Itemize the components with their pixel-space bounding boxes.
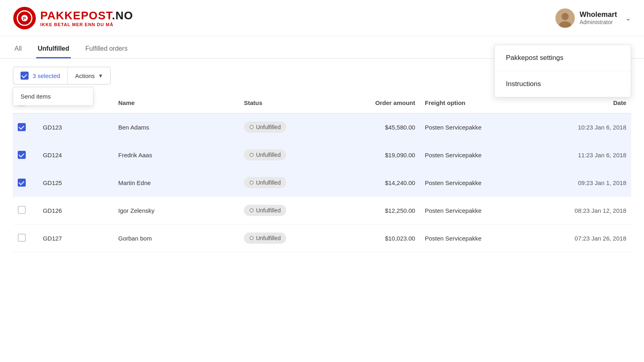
orders-table-container: Orderid Name Status Order amount Freight… (0, 93, 644, 252)
order-name: Gorban bom (114, 224, 239, 252)
status-text: Unfulfilled (256, 179, 281, 186)
header: P PAKKEPOST.NO IKKE BETAL MER ENN DU MÅ … (0, 0, 644, 36)
order-id: GD126 (38, 197, 113, 224)
status-text: Unfulfilled (256, 152, 281, 158)
orders-table: Orderid Name Status Order amount Freight… (13, 93, 631, 252)
order-status: Unfulfilled (239, 169, 330, 197)
order-amount: $12,250.00 (330, 197, 420, 224)
actions-menu: Send items (13, 87, 93, 106)
order-date: 11:23 Jan 6, 2018 (530, 141, 631, 169)
status-text: Unfulfilled (256, 207, 281, 214)
column-header-name: Name (114, 93, 239, 113)
column-header-status: Status (239, 93, 330, 113)
order-date: 09:23 Jan 1, 2018 (530, 169, 631, 197)
menu-item-settings[interactable]: Pakkepost settings (495, 45, 631, 71)
order-name: Martin Edne (114, 169, 239, 197)
row-checkbox[interactable] (18, 179, 26, 187)
table-row: GD125Martin EdneUnfulfilled$14,240.00Pos… (13, 169, 631, 197)
user-info: Wholemart Administrator (580, 10, 617, 25)
order-freight: Posten Servicepakke (420, 113, 530, 141)
logo: P PAKKEPOST.NO IKKE BETAL MER ENN DU MÅ (13, 6, 133, 30)
order-status: Unfulfilled (239, 141, 330, 169)
logo-subtitle: IKKE BETAL MER ENN DU MÅ (40, 22, 133, 27)
order-amount: $10,023.00 (330, 224, 420, 252)
order-status: Unfulfilled (239, 113, 330, 141)
table-row: GD123Ben AdamsUnfulfilled$45,580.00Poste… (13, 113, 631, 141)
logo-icon: P (13, 6, 36, 30)
order-name: Igor Zelensky (114, 197, 239, 224)
order-date: 08:23 Jan 12, 2018 (530, 197, 631, 224)
actions-dropdown-arrow-icon: ▼ (98, 73, 103, 79)
logo-name: PAKKEPOST.NO (40, 9, 133, 22)
status-dot-icon (250, 153, 254, 157)
order-date: 07:23 Jan 26, 2018 (530, 224, 631, 252)
tab-unfulfilled[interactable]: Unfulfilled (36, 45, 71, 58)
row-checkbox[interactable] (18, 206, 26, 214)
chevron-down-icon: ⌄ (625, 14, 631, 23)
status-dot-icon (250, 125, 254, 129)
order-amount: $45,580.00 (330, 113, 420, 141)
order-id: GD123 (38, 113, 113, 141)
order-freight: Posten Servicepakke (420, 224, 530, 252)
order-freight: Posten Servicepakke (420, 169, 530, 197)
row-checkbox[interactable] (18, 123, 26, 131)
table-row: GD127Gorban bomUnfulfilled$10,023.00Post… (13, 224, 631, 252)
avatar (555, 8, 575, 28)
status-badge: Unfulfilled (244, 205, 286, 216)
svg-point-5 (561, 13, 569, 20)
status-badge: Unfulfilled (244, 149, 286, 160)
order-id: GD127 (38, 224, 113, 252)
table-row: GD126Igor ZelenskyUnfulfilled$12,250.00P… (13, 197, 631, 224)
user-name: Wholemart (580, 10, 617, 19)
actions-label: Actions (75, 72, 95, 79)
order-date: 10:23 Jan 6, 2018 (530, 113, 631, 141)
actions-button[interactable]: Actions ▼ (67, 67, 111, 84)
status-text: Unfulfilled (256, 124, 281, 130)
tab-fulfilled-orders[interactable]: Fulfilled orders (84, 45, 129, 58)
order-id: GD124 (38, 141, 113, 169)
column-header-amount: Order amount (330, 93, 420, 113)
selected-count-label: 3 selected (33, 72, 60, 79)
order-name: Ben Adams (114, 113, 239, 141)
order-freight: Posten Servicepakke (420, 141, 530, 169)
order-id: GD125 (38, 169, 113, 197)
order-status: Unfulfilled (239, 197, 330, 224)
svg-text:P: P (23, 16, 26, 21)
status-badge: Unfulfilled (244, 177, 286, 188)
status-dot-icon (250, 208, 254, 212)
select-all-checkbox[interactable] (21, 72, 29, 80)
status-text: Unfulfilled (256, 235, 281, 241)
row-checkbox[interactable] (18, 234, 26, 242)
user-dropdown-trigger[interactable]: Wholemart Administrator ⌄ (555, 8, 631, 28)
menu-item-instructions[interactable]: Instructions (495, 71, 631, 97)
row-checkbox[interactable] (18, 151, 26, 159)
order-status: Unfulfilled (239, 224, 330, 252)
select-count-button[interactable]: 3 selected (13, 67, 67, 84)
order-name: Fredrik Aaas (114, 141, 239, 169)
table-row: GD124Fredrik AaasUnfulfilled$19,090.00Po… (13, 141, 631, 169)
status-badge: Unfulfilled (244, 121, 286, 133)
user-dropdown-menu: Pakkepost settings Instructions (494, 45, 631, 97)
status-dot-icon (250, 181, 254, 185)
status-badge: Unfulfilled (244, 232, 286, 244)
logo-text: PAKKEPOST.NO IKKE BETAL MER ENN DU MÅ (40, 9, 133, 27)
tab-all[interactable]: All (13, 45, 23, 58)
order-freight: Posten Servicepakke (420, 197, 530, 224)
order-amount: $14,240.00 (330, 169, 420, 197)
status-dot-icon (250, 236, 254, 240)
user-role: Administrator (580, 19, 617, 25)
action-send-items[interactable]: Send items (13, 87, 93, 105)
order-amount: $19,090.00 (330, 141, 420, 169)
